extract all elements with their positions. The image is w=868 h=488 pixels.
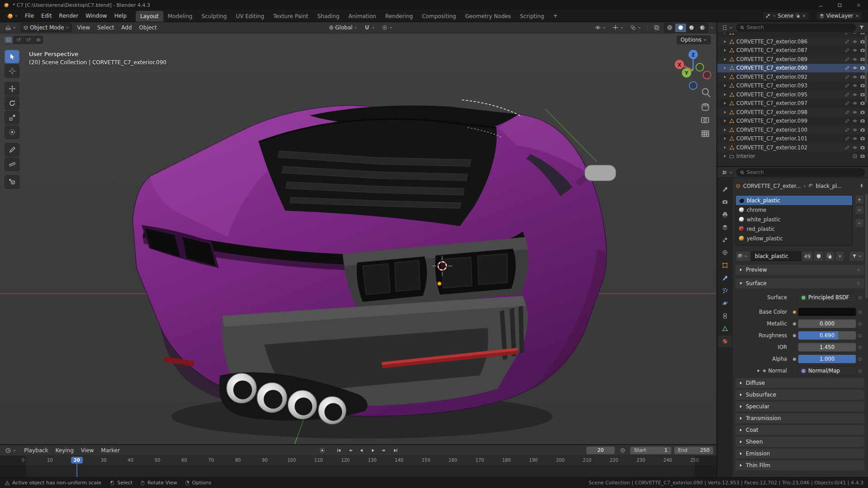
viewport-menu-item[interactable]: Select [94, 23, 118, 32]
tab-render[interactable] [718, 196, 732, 208]
breadcrumb-object[interactable]: CORVETTE_C7_exter... [743, 183, 801, 189]
disable-render-icon[interactable] [860, 153, 865, 159]
select-mode-invert-button[interactable] [33, 36, 43, 44]
outliner-item[interactable]: CORVETTE_C7_exterior.095 [717, 90, 868, 99]
animate-dot[interactable] [858, 311, 862, 314]
remove-viewlayer-icon[interactable] [855, 14, 859, 18]
properties-editor-type-button[interactable] [720, 168, 734, 177]
timeline-editor-type-button[interactable] [3, 446, 19, 455]
scene-selector[interactable]: Scene [762, 11, 810, 20]
material-slot[interactable]: yellow_plastic [736, 234, 852, 243]
outliner-collection-item[interactable]: Interior [717, 152, 868, 161]
select-mode-subtract-button[interactable] [24, 36, 33, 44]
outliner-item[interactable]: CORVETTE_C7_exterior.097 [717, 99, 868, 108]
viewport-menu-item[interactable]: Object [135, 23, 160, 32]
link-icon[interactable] [844, 65, 850, 71]
minimize-button[interactable] [811, 0, 830, 10]
timeline-ruler[interactable]: 0102030405060708090100110120130140150160… [0, 456, 716, 466]
shader-dropdown[interactable]: Principled BSDF [798, 293, 856, 302]
gizmo-y-neg-axis[interactable] [696, 63, 704, 71]
material-name-field[interactable]: black_plastic [751, 251, 801, 261]
browse-material-button[interactable] [735, 251, 750, 261]
outliner-item[interactable]: CORVETTE_C7_exterior.093 [717, 81, 868, 91]
material-slot[interactable]: red_plastic [736, 224, 852, 234]
link-icon[interactable] [844, 110, 850, 115]
outliner-item[interactable]: CORVETTE_C7_exterior.102 [717, 143, 868, 152]
fake-user-button[interactable] [814, 251, 824, 261]
outliner-search[interactable] [736, 24, 856, 32]
timeline-menu-item[interactable]: Playback [20, 446, 52, 455]
timeline-menu-item[interactable]: View [77, 446, 97, 455]
tab-constraints[interactable] [718, 310, 732, 322]
3d-scene[interactable]: Z X Y [0, 33, 716, 444]
expand-icon[interactable] [723, 101, 727, 105]
gizmo-x-neg-axis[interactable] [703, 71, 711, 79]
viewlayer-selector[interactable]: ViewLayer [816, 11, 863, 20]
hide-viewport-icon[interactable] [852, 65, 858, 71]
new-scene-icon[interactable] [796, 14, 800, 18]
add-slot-button[interactable] [855, 195, 864, 204]
tab-object-data[interactable] [718, 323, 732, 335]
shading-rendered-button[interactable] [697, 24, 708, 32]
disable-render-icon[interactable] [860, 136, 865, 141]
ior-slider[interactable]: 1.450 [798, 343, 856, 352]
xray-toggle-button[interactable] [651, 24, 662, 32]
collection-checkbox-icon[interactable] [852, 153, 858, 159]
unlink-material-button[interactable] [835, 251, 844, 261]
select-mode-set-button[interactable] [4, 36, 13, 44]
timeline-track[interactable] [0, 466, 716, 477]
expand-icon[interactable] [723, 119, 727, 123]
link-icon[interactable] [844, 118, 850, 124]
filter-icon[interactable] [858, 24, 865, 31]
expand-icon[interactable] [723, 66, 727, 70]
current-frame-field[interactable]: 20 [586, 446, 615, 455]
expand-icon[interactable] [723, 75, 727, 79]
frame-end-field[interactable]: End 250 [674, 446, 714, 455]
expand-icon[interactable] [723, 154, 727, 158]
link-icon[interactable] [844, 74, 850, 80]
hide-viewport-icon[interactable] [852, 92, 858, 97]
tool-scale-button[interactable] [5, 111, 19, 124]
auto-keying-button[interactable] [317, 446, 327, 455]
menu-item[interactable]: Help [110, 11, 130, 20]
properties-search-input[interactable] [747, 169, 861, 175]
link-icon[interactable] [844, 145, 850, 150]
viewport-menu-item[interactable]: Add [118, 23, 135, 32]
viewport-menu-item[interactable]: View [74, 23, 94, 32]
expand-icon[interactable] [723, 128, 727, 132]
expand-icon[interactable] [723, 57, 727, 62]
material-filter-button[interactable] [849, 251, 864, 261]
tool-add-cube-button[interactable] [5, 175, 19, 189]
color-socket-icon[interactable] [792, 310, 796, 314]
tool-rotate-button[interactable] [5, 96, 19, 110]
gizmo-z-neg-axis[interactable] [689, 81, 697, 89]
collapsed-panel-header[interactable]: Sheen [735, 437, 864, 447]
outliner-item[interactable]: CORVETTE_C7_exterior.099 [717, 117, 868, 126]
preview-range-button[interactable] [617, 446, 628, 455]
material-slot[interactable]: white_plastic [736, 215, 852, 224]
hide-viewport-icon[interactable] [852, 118, 858, 124]
workspace-tab[interactable]: Scripting [515, 11, 548, 22]
next-keyframe-button[interactable] [379, 446, 389, 455]
unlink-scene-icon[interactable] [802, 14, 806, 18]
gizmos-dropdown[interactable] [610, 24, 626, 32]
menu-item[interactable]: Edit [38, 11, 55, 20]
orientation-dropdown[interactable]: Global [326, 24, 360, 32]
alpha-slider[interactable]: 1.000 [798, 354, 856, 364]
collapsed-panel-header[interactable]: Emission [735, 449, 864, 459]
hide-viewport-icon[interactable] [852, 100, 858, 106]
tab-physics[interactable] [718, 297, 732, 309]
proportional-edit-button[interactable] [379, 24, 395, 32]
hide-viewport-icon[interactable] [852, 74, 858, 80]
workspace-tab[interactable]: Compositing [417, 11, 460, 22]
properties-scrollbar[interactable] [865, 194, 868, 298]
collapsed-panel-header[interactable]: Subsurface [735, 390, 864, 400]
workspace-tab[interactable]: Animation [344, 11, 381, 22]
playhead-frame-badge[interactable]: 20 [71, 457, 83, 464]
disable-render-icon[interactable] [860, 110, 865, 115]
menu-item[interactable]: Window [82, 11, 110, 20]
menu-item[interactable]: Render [55, 11, 82, 20]
tab-material[interactable] [718, 335, 732, 347]
hide-viewport-icon[interactable] [852, 83, 858, 88]
expand-icon[interactable] [723, 39, 727, 44]
